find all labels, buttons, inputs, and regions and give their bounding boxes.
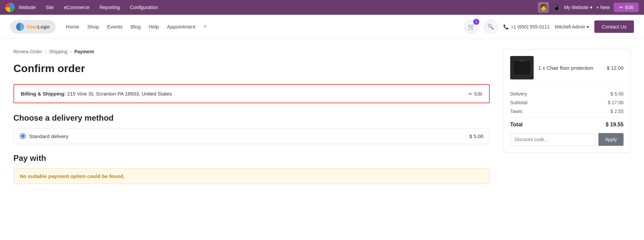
subtotal-label: Subtotal	[510, 100, 527, 105]
nav-blog[interactable]: Blog	[130, 24, 141, 29]
user-name: Mitchell Admin	[555, 24, 585, 29]
logo-box: YourLogo	[10, 20, 56, 34]
discount-code-input[interactable]	[510, 133, 596, 146]
phone-icon: 📞	[503, 24, 509, 29]
page-title: Confirm order	[13, 62, 490, 75]
edit-address-link[interactable]: ✏ Edit	[469, 91, 482, 97]
delivery-line: Delivery $ 5.00	[510, 91, 624, 97]
breadcrumb-shipping[interactable]: Shipping	[49, 49, 67, 54]
mobile-icon[interactable]: 📱	[553, 4, 560, 11]
logo-text: YourLogo	[26, 24, 50, 29]
add-nav-icon[interactable]: +	[203, 23, 207, 30]
nav-right: 🛒 1 🔍 📞 +1 (650) 555-0111 Mitchell Admin…	[464, 20, 634, 34]
configuration-nav-item[interactable]: Configuration	[128, 3, 160, 11]
product-image-shape	[514, 61, 530, 74]
ecommerce-nav-item[interactable]: eCommerce	[62, 3, 91, 11]
breadcrumb-review-order[interactable]: Review Order	[13, 49, 42, 54]
nav-home[interactable]: Home	[66, 24, 79, 29]
chevron-down-icon: ▾	[587, 24, 589, 29]
delivery-line-value: $ 5.00	[610, 91, 624, 97]
pencil-icon: ✏	[469, 91, 473, 97]
pencil-icon: ✏	[619, 5, 623, 10]
product-price: $ 12.00	[607, 65, 624, 71]
delivery-label: Standard delivery	[29, 133, 68, 139]
contact-us-button[interactable]: Contact Us	[594, 20, 634, 33]
admin-bar-left: Website Site eCommerce Reporting Configu…	[5, 3, 531, 12]
radio-inner	[21, 134, 24, 138]
product-name: 1 x Chair floor protection	[538, 65, 593, 71]
billing-shipping-box: Billing & Shipping: 215 Vine St, Scranto…	[13, 84, 490, 103]
chevron-down-icon: ▾	[590, 5, 592, 10]
billing-address: 215 Vine St, Scranton PA 18503, United S…	[67, 91, 172, 97]
avatar-image: 🧑	[538, 2, 549, 13]
website-nav-item[interactable]: Website	[17, 3, 38, 11]
order-summary-card: 1 x Chair floor protection $ 12.00 Deliv…	[503, 49, 631, 153]
delivery-option-standard[interactable]: Standard delivery $ 5.00	[13, 128, 490, 144]
delivery-section-title: Choose a delivery method	[13, 113, 490, 123]
delivery-price: $ 5.00	[469, 133, 483, 139]
total-label: Total	[510, 122, 523, 128]
logo-icon	[16, 23, 24, 31]
cart-badge: 1	[473, 19, 479, 25]
no-payment-warning: No suitable payment option could be foun…	[13, 168, 490, 184]
new-button[interactable]: + New	[596, 5, 610, 10]
nav-links: Home Shop Events Blog Help Appointment +	[66, 23, 464, 30]
taxes-label: Taxes	[510, 109, 523, 114]
pay-section-title: Pay with	[13, 154, 490, 163]
admin-logo[interactable]: Website	[5, 3, 38, 12]
breadcrumb-sep-1: ›	[45, 49, 47, 54]
website-nav: YourLogo Home Shop Events Blog Help Appo…	[0, 15, 644, 39]
delivery-left: Standard delivery	[20, 133, 68, 139]
phone-area: 📞 +1 (650) 555-0111	[503, 24, 550, 29]
total-value: $ 19.55	[606, 122, 624, 128]
discount-row: Apply	[510, 133, 624, 146]
left-column: Review Order › Shipping › Payment Confir…	[13, 49, 490, 184]
product-image	[510, 56, 534, 79]
taxes-line: Taxes $ 2.55	[510, 109, 624, 114]
subtotal-line: Subtotal $ 17.00	[510, 100, 624, 105]
nav-shop[interactable]: Shop	[87, 24, 99, 29]
search-button[interactable]: 🔍	[484, 20, 498, 34]
radio-button[interactable]	[20, 133, 26, 139]
apply-button[interactable]: Apply	[598, 133, 624, 146]
right-column: 1 x Chair floor protection $ 12.00 Deliv…	[503, 49, 631, 184]
search-icon: 🔍	[487, 23, 494, 30]
reporting-nav-item[interactable]: Reporting	[98, 3, 122, 11]
cart-button[interactable]: 🛒 1	[464, 20, 478, 34]
odoo-logo-icon	[5, 3, 15, 12]
main-content: Review Order › Shipping › Payment Confir…	[0, 39, 644, 194]
delivery-line-label: Delivery	[510, 91, 527, 97]
billing-text: Billing & Shipping: 215 Vine St, Scranto…	[21, 91, 172, 97]
billing-label: Billing & Shipping:	[21, 91, 66, 97]
phone-number: +1 (650) 555-0111	[511, 24, 550, 29]
nav-events[interactable]: Events	[107, 24, 122, 29]
subtotal-value: $ 17.00	[608, 100, 624, 105]
nav-appointment[interactable]: Appointment	[167, 24, 195, 29]
admin-bar: Website Site eCommerce Reporting Configu…	[0, 0, 644, 15]
my-website-button[interactable]: My Website ▾	[564, 5, 592, 10]
edit-button[interactable]: ✏ Edit	[614, 3, 639, 12]
logo-area[interactable]: YourLogo	[10, 20, 56, 34]
breadcrumb-sep-2: ›	[70, 49, 72, 54]
nav-help[interactable]: Help	[149, 24, 159, 29]
avatar[interactable]: 🧑	[538, 2, 549, 13]
breadcrumb: Review Order › Shipping › Payment	[13, 49, 490, 54]
admin-bar-right: 🧑 📱 My Website ▾ + New ✏ Edit	[538, 2, 639, 13]
taxes-value: $ 2.55	[610, 109, 624, 114]
site-nav-item[interactable]: Site	[44, 3, 56, 11]
product-row: 1 x Chair floor protection $ 12.00	[510, 56, 624, 86]
product-info: 1 x Chair floor protection	[538, 64, 602, 71]
breadcrumb-payment: Payment	[74, 49, 94, 54]
total-line: Total $ 19.55	[510, 117, 624, 128]
user-dropdown[interactable]: Mitchell Admin ▾	[555, 24, 589, 29]
